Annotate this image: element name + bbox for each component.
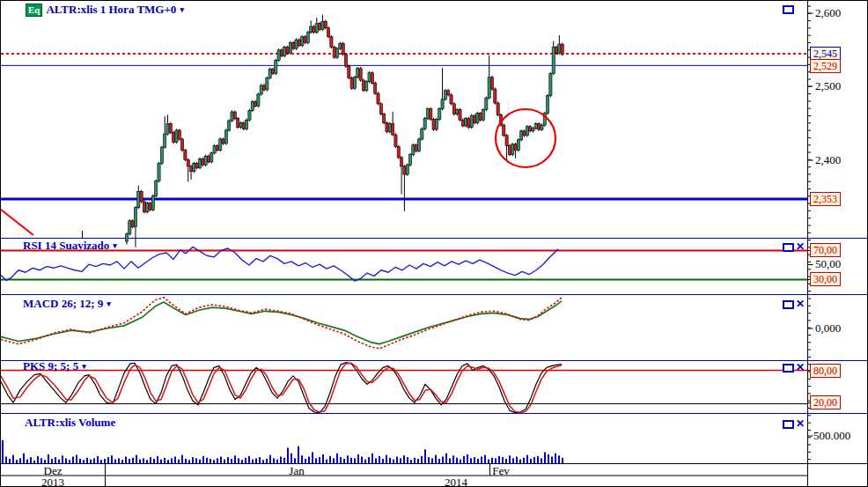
chevron-down-icon[interactable]: ▾	[180, 5, 184, 14]
restore-icon[interactable]	[783, 420, 794, 429]
restore-icon[interactable]	[783, 300, 794, 309]
volume-panel-title[interactable]: ALTR:xlis Volume	[25, 417, 115, 429]
pks-panel-title[interactable]: PKS 9; 5; 5▾	[23, 360, 86, 373]
year-label-2013: 2013	[41, 476, 64, 487]
last-price-label[interactable]: 2,529	[810, 59, 841, 73]
rsi-70-label[interactable]: 70,00	[810, 243, 841, 257]
rsi-panel-title[interactable]: RSI 14 Suavizado▾	[23, 240, 117, 252]
pks-80-label[interactable]: 80,00	[810, 364, 841, 378]
restore-icon[interactable]	[783, 243, 794, 252]
rsi-50-label: 50,00	[815, 258, 841, 270]
pks-20-label[interactable]: 20,00	[810, 395, 841, 410]
restore-icon[interactable]	[783, 5, 794, 14]
close-icon[interactable]: ✕	[796, 363, 805, 373]
month-label-jan: Jan	[289, 465, 304, 476]
year-label-2014: 2014	[445, 476, 467, 487]
close-icon[interactable]: ✕	[796, 419, 805, 429]
close-icon[interactable]: ✕	[796, 299, 805, 309]
pks-title-label: PKS 9; 5; 5	[23, 359, 78, 373]
close-icon[interactable]: ✕	[796, 242, 805, 252]
macd-title-label: MACD 26; 12; 9	[23, 297, 103, 310]
support-price-label[interactable]: 2,353	[810, 192, 841, 206]
month-label-fev: Fev	[492, 465, 510, 476]
chevron-down-icon[interactable]: ▾	[82, 362, 86, 371]
price-tick-2600: 2,600	[815, 7, 841, 19]
macd-panel-title[interactable]: MACD 26; 12; 9▾	[23, 298, 111, 310]
volume-tick-label: 500.000	[813, 430, 850, 442]
price-tick-2400: 2,400	[815, 154, 841, 166]
chevron-down-icon[interactable]: ▾	[107, 299, 111, 308]
instrument-title[interactable]: EqALTR:xlis 1 Hora TMG+0▾	[26, 4, 184, 17]
macd-zero-label: 0,000	[815, 322, 841, 335]
chart-window: EqALTR:xlis 1 Hora TMG+0▾ RSI 14 Suaviza…	[0, 0, 868, 487]
chevron-down-icon[interactable]: ▾	[113, 241, 117, 250]
equity-badge: Eq	[26, 4, 42, 17]
restore-icon[interactable]	[783, 364, 794, 373]
rsi-30-label[interactable]: 30,00	[810, 272, 841, 286]
instrument-title-label: ALTR:xlis 1 Hora TMG+0	[46, 3, 176, 16]
rsi-title-label: RSI 14 Suavizado	[23, 239, 109, 252]
volume-title-label: ALTR:xlis Volume	[25, 416, 115, 429]
chart-canvas[interactable]	[1, 1, 868, 487]
price-tick-2500: 2,500	[815, 80, 841, 92]
